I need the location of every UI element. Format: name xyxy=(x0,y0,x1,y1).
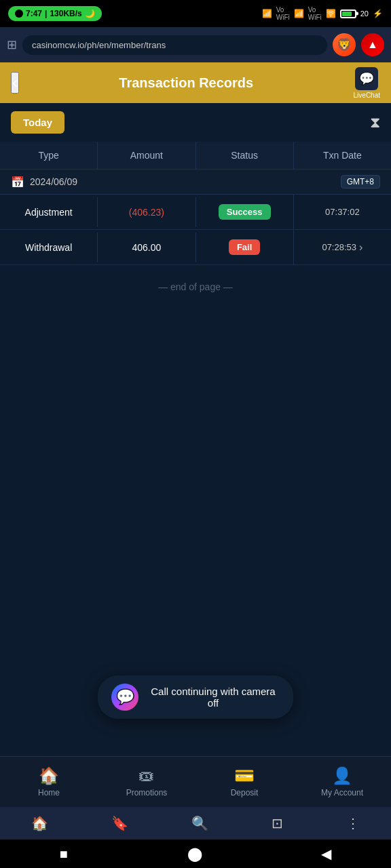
col-txn-date: Txn Date xyxy=(294,142,391,169)
status-badge-success: Success xyxy=(219,204,271,220)
wifi-icon: 📶 xyxy=(294,9,304,18)
txn-status-withdrawal: Fail xyxy=(196,230,294,264)
wifi2-icon: 🛜 xyxy=(326,9,336,18)
filter-button[interactable]: ⧗ xyxy=(370,114,380,132)
status-badge-fail: Fail xyxy=(229,239,260,255)
nav-promotions-label: Promotions xyxy=(126,788,168,797)
browser-menu-icon[interactable]: ⊞ xyxy=(7,37,17,52)
status-bar: 7:47 | 130KB/s 🌙 📶 VoWiFi 📶 VoWiFi 🛜 20 … xyxy=(0,0,391,27)
status-speed: 130KB/s xyxy=(50,9,81,18)
nav-deposit[interactable]: 💳 Deposit xyxy=(196,761,293,803)
android-square-button[interactable]: ■ xyxy=(60,846,68,862)
battery-icon xyxy=(340,9,356,18)
timezone-badge: GMT+8 xyxy=(341,175,380,189)
table-header: Type Amount Status Txn Date xyxy=(0,142,391,170)
brave-icon[interactable]: 🦁 xyxy=(333,33,356,56)
page-title: Transaction Records xyxy=(119,75,253,91)
vo-wifi2-icon: VoWiFi xyxy=(308,6,322,21)
messenger-toast[interactable]: 💬 Call continuing with camera off xyxy=(98,675,293,719)
nav-my-account[interactable]: 👤 My Account xyxy=(293,761,391,803)
nav-home[interactable]: 🏠 Home xyxy=(0,761,98,803)
col-type: Type xyxy=(0,142,98,169)
chat-icon: 💬 xyxy=(355,67,378,90)
txn-type-adjustment: Adjustment xyxy=(0,197,98,227)
nav-account-label: My Account xyxy=(321,788,363,797)
android-home-button[interactable]: ⬤ xyxy=(187,846,202,862)
back-button[interactable]: ‹ xyxy=(11,72,19,94)
browser-tabs-button[interactable]: ⊡ xyxy=(266,810,288,837)
calendar-icon: 📅 xyxy=(11,176,24,189)
home-icon: 🏠 xyxy=(39,766,59,785)
nav-deposit-label: Deposit xyxy=(231,788,259,797)
url-bar[interactable]: casinomcw.io/ph/en/member/trans xyxy=(22,35,327,55)
nav-home-label: Home xyxy=(38,788,60,797)
bottom-nav: 🏠 Home 🎟 Promotions 💳 Deposit 👤 My Accou… xyxy=(0,756,391,807)
deposit-icon: 💳 xyxy=(234,766,255,785)
nav-promotions[interactable]: 🎟 Promotions xyxy=(98,761,196,803)
col-amount: Amount xyxy=(98,142,196,169)
status-time: 7:47 xyxy=(26,9,42,18)
android-back-button[interactable]: ◀ xyxy=(321,846,331,862)
date-value: 2024/06/09 xyxy=(30,176,77,187)
android-nav-bar: ■ ⬤ ◀ xyxy=(0,840,391,868)
browser-bookmark-button[interactable]: 🔖 xyxy=(106,810,134,837)
alias-icon[interactable]: ▲ xyxy=(361,33,384,56)
mic-indicator: 7:47 | 130KB/s 🌙 xyxy=(8,6,102,21)
txn-type-withdrawal: Withdrawal xyxy=(0,233,98,262)
account-icon: 👤 xyxy=(332,766,352,785)
browser-bar: ⊞ casinomcw.io/ph/en/member/trans 🦁 ▲ xyxy=(0,27,391,62)
browser-home-button[interactable]: 🏠 xyxy=(26,810,54,837)
url-text: casinomcw.io/ph/en/member/trans xyxy=(32,40,166,50)
chevron-right-icon: › xyxy=(359,241,362,254)
col-status: Status xyxy=(196,142,294,169)
browser-nav-bar: 🏠 🔖 🔍 ⊡ ⋮ xyxy=(0,807,391,840)
today-button[interactable]: Today xyxy=(11,111,64,134)
browser-more-button[interactable]: ⋮ xyxy=(341,810,365,837)
end-of-page: — end of page — xyxy=(0,265,391,309)
date-row: 📅 2024/06/09 GMT+8 xyxy=(0,170,391,195)
battery-percent: 20 xyxy=(360,9,369,18)
txn-amount-adjustment: (406.23) xyxy=(98,197,196,227)
status-icons: 📶 VoWiFi 📶 VoWiFi 🛜 20 ⚡ xyxy=(262,6,383,21)
browser-search-button[interactable]: 🔍 xyxy=(186,810,214,837)
promotions-icon: 🎟 xyxy=(138,766,155,785)
page-header: ‹ Transaction Records 💬 LiveChat xyxy=(0,62,391,103)
signal-icon: 📶 xyxy=(262,9,272,18)
messenger-message: Call continuing with camera off xyxy=(147,686,280,709)
vo-wifi-icon: VoWiFi xyxy=(276,6,290,21)
txn-amount-withdrawal: 406.00 xyxy=(98,233,196,262)
txn-date-adjustment: 07:37:02 xyxy=(294,197,391,226)
txn-date-withdrawal: 07:28:53 › xyxy=(294,232,391,263)
table-row[interactable]: Adjustment (406.23) Success 07:37:02 xyxy=(0,195,391,230)
messenger-icon: 💬 xyxy=(111,684,138,711)
live-chat-button[interactable]: 💬 LiveChat xyxy=(354,67,380,99)
charging-icon: ⚡ xyxy=(373,9,383,18)
live-chat-label: LiveChat xyxy=(354,92,380,99)
table-row[interactable]: Withdrawal 406.00 Fail 07:28:53 › xyxy=(0,230,391,265)
filter-bar: Today ⧗ xyxy=(0,103,391,142)
mic-icon xyxy=(15,9,23,18)
txn-status-adjustment: Success xyxy=(196,195,294,229)
